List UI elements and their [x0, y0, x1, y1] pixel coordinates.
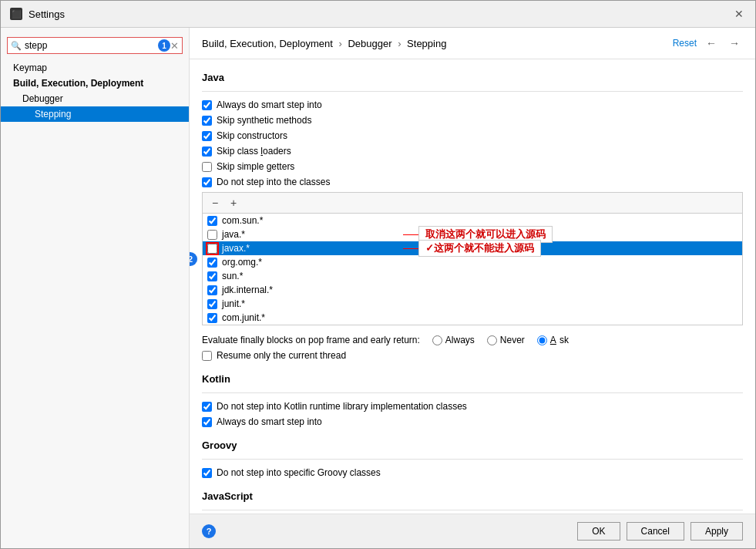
class-checkbox-junit[interactable]	[207, 299, 217, 309]
search-badge: 1	[158, 39, 170, 52]
evaluate-label: Evaluate finally blocks on pop frame and…	[202, 335, 420, 345]
radio-never[interactable]: Never	[487, 335, 525, 345]
sidebar: 🔍 1 ✕ Keymap Build, Execution, Deploymen…	[1, 28, 190, 548]
resume-label: Resume only the current thread	[217, 350, 346, 361]
sidebar-item-stepping[interactable]: Stepping	[1, 106, 189, 122]
kotlin-section: Kotlin Do not step into Kotlin runtime l…	[202, 373, 743, 427]
groovy-checkbox-0[interactable]	[202, 468, 212, 478]
remove-class-button[interactable]: −	[207, 195, 223, 211]
search-clear-button[interactable]: ✕	[170, 40, 179, 52]
footer-buttons: OK Cancel Apply	[577, 522, 743, 541]
do-not-step-row: Do not step into the classes	[202, 177, 743, 187]
search-box: 🔍 1 ✕	[7, 37, 183, 54]
class-checkbox-com-junit[interactable]	[207, 313, 217, 323]
window-title: Settings	[29, 8, 65, 20]
class-checkbox-org-omg[interactable]	[207, 258, 217, 268]
groovy-section: Groovy Do not step into specific Groovy …	[202, 440, 743, 478]
annotation-badge-2: 2	[190, 252, 197, 266]
evaluate-row: Evaluate finally blocks on pop frame and…	[202, 335, 743, 345]
add-class-button[interactable]: +	[226, 195, 241, 211]
callout-javax: ✓这两个就不能进入源码	[403, 240, 541, 257]
reset-button[interactable]: Reset	[673, 38, 697, 49]
java-checkbox-0[interactable]	[202, 100, 212, 110]
class-checkbox-javax[interactable]	[207, 244, 217, 254]
radio-always[interactable]: Always	[432, 335, 475, 345]
javax-row-wrapper: javax.* ✓这两个就不能进入源码	[203, 241, 742, 255]
app-icon: ⬛	[10, 8, 22, 20]
javascript-section: JavaScript Always do smart step into	[202, 490, 743, 514]
main-panel: Build, Execution, Deployment › Debugger …	[190, 28, 755, 548]
nav-back-button[interactable]: ←	[703, 35, 720, 51]
title-bar: ⬛ Settings ✕	[1, 1, 755, 28]
sidebar-item-build[interactable]: Build, Execution, Deployment	[1, 76, 189, 91]
java-checkbox-3[interactable]	[202, 147, 212, 157]
class-item-com-junit[interactable]: com.junit.*	[203, 311, 742, 325]
help-button[interactable]: ?	[202, 524, 216, 538]
resume-row: Resume only the current thread	[202, 350, 743, 361]
class-item-sun[interactable]: sun.*	[203, 269, 742, 283]
sidebar-item-debugger[interactable]: Debugger	[1, 91, 189, 106]
window-controls: ✕	[732, 7, 746, 21]
java-option-3: Skip class loaders	[202, 146, 743, 157]
search-icon: 🔍	[11, 41, 22, 51]
breadcrumb: Build, Execution, Deployment › Debugger …	[190, 28, 755, 59]
java-option-1: Skip synthetic methods	[202, 115, 743, 126]
class-item-junit[interactable]: junit.*	[203, 297, 742, 311]
classes-list: com.sun.* java.*	[203, 214, 742, 325]
java-checkbox-4[interactable]	[202, 162, 212, 172]
do-not-step-checkbox[interactable]	[202, 177, 212, 187]
cancel-button[interactable]: Cancel	[627, 522, 684, 541]
class-checkbox-java[interactable]	[207, 230, 217, 240]
java-option-4: Skip simple getters	[202, 161, 743, 172]
kotlin-checkbox-0[interactable]	[202, 402, 212, 412]
main-content: Java Always do smart step into Skip synt…	[190, 59, 755, 514]
radio-ask[interactable]: Ask	[537, 335, 569, 345]
kotlin-checkbox-1[interactable]	[202, 417, 212, 427]
classes-outer: 2 − + com.sun.*	[202, 192, 743, 325]
java-option-0: Always do smart step into	[202, 99, 743, 110]
kotlin-option-1: Always do smart step into	[202, 416, 743, 427]
java-section: Java Always do smart step into Skip synt…	[202, 72, 743, 361]
class-item-org-omg[interactable]: org.omg.*	[203, 255, 742, 269]
search-input[interactable]	[25, 40, 155, 51]
close-button[interactable]: ✕	[732, 7, 746, 21]
java-option-2: Skip constructors	[202, 130, 743, 141]
java-checkbox-1[interactable]	[202, 116, 212, 126]
groovy-section-title: Groovy	[202, 440, 743, 451]
kotlin-section-title: Kotlin	[202, 373, 743, 385]
settings-window: ⬛ Settings ✕ 🔍 1 ✕ Keymap Build, Executi…	[0, 0, 756, 549]
classes-box: − + com.sun.*	[202, 192, 743, 325]
kotlin-option-0: Do not step into Kotlin runtime library …	[202, 401, 743, 412]
class-item-jdk-internal[interactable]: jdk.internal.*	[203, 283, 742, 297]
class-checkbox-com-sun[interactable]	[207, 216, 217, 226]
java-checkbox-2[interactable]	[202, 131, 212, 141]
sidebar-item-keymap[interactable]: Keymap	[1, 60, 189, 76]
classes-toolbar: − +	[203, 193, 742, 214]
resume-checkbox[interactable]	[202, 351, 212, 361]
apply-button[interactable]: Apply	[690, 522, 743, 541]
callout2-text: ✓这两个就不能进入源码	[418, 240, 541, 257]
java-section-title: Java	[202, 72, 743, 83]
class-checkbox-jdk-internal[interactable]	[207, 285, 217, 295]
class-checkbox-sun[interactable]	[207, 271, 217, 281]
groovy-option-0: Do not step into specific Groovy classes	[202, 467, 743, 478]
footer: ? OK Cancel Apply	[190, 514, 755, 548]
nav-forward-button[interactable]: →	[726, 35, 743, 51]
javascript-section-title: JavaScript	[202, 490, 743, 502]
ok-button[interactable]: OK	[577, 522, 620, 541]
breadcrumb-text: Build, Execution, Deployment › Debugger …	[202, 38, 673, 49]
